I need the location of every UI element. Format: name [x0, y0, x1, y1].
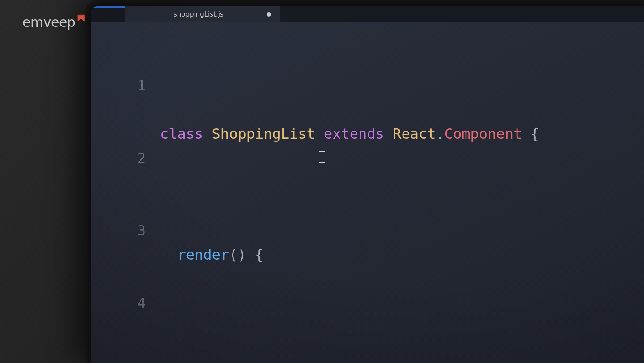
tab-accent-indicator: [91, 6, 125, 22]
line-number: 4: [91, 291, 146, 315]
line-number: 2: [91, 146, 146, 170]
laptop-frame: shoppingList.js 1 2 3 4 5 6 7 8 9 10 11 …: [85, 0, 644, 363]
modified-dot-icon: [267, 12, 271, 17]
screen: shoppingList.js 1 2 3 4 5 6 7 8 9 10 11 …: [91, 6, 644, 363]
watermark-text: emveep: [22, 14, 75, 30]
code-line[interactable]: class ShoppingList extends React.Compone…: [158, 122, 644, 146]
watermark-brand: emveep: [22, 14, 86, 30]
tab-title: shoppingList.js: [174, 10, 224, 18]
line-number: 1: [91, 73, 146, 98]
code-area[interactable]: class ShoppingList extends React.Compone…: [158, 25, 644, 363]
editor-tab-bar: shoppingList.js: [91, 6, 644, 22]
code-editor[interactable]: 1 2 3 4 5 6 7 8 9 10 11 12 13 14 class S…: [91, 25, 644, 363]
line-number: 3: [91, 218, 146, 243]
editor-tab[interactable]: shoppingList.js: [125, 6, 280, 22]
ibeam-cursor-icon: [322, 151, 322, 163]
line-number-gutter: 1 2 3 4 5 6 7 8 9 10 11 12 13 14: [91, 25, 158, 363]
arrow-icon: [76, 13, 86, 23]
code-line[interactable]: render() {: [158, 243, 644, 267]
